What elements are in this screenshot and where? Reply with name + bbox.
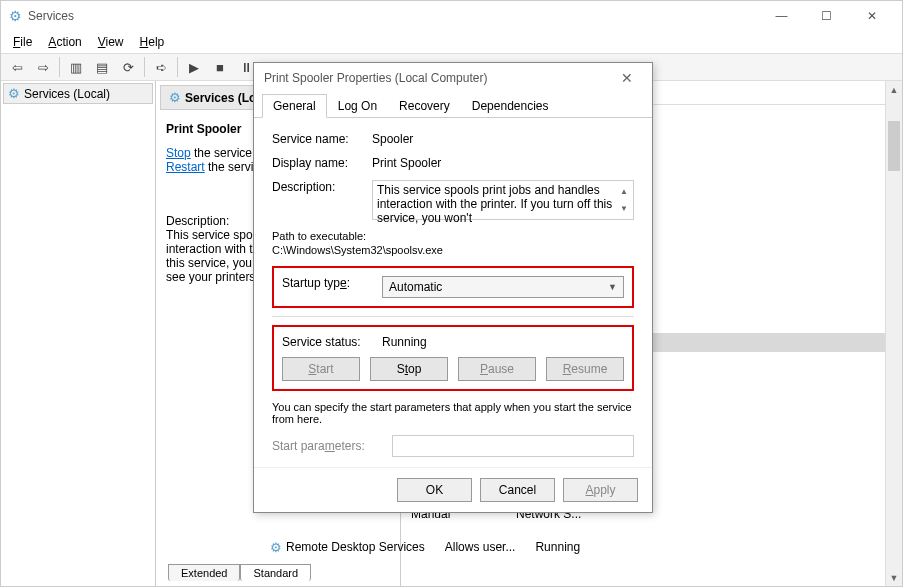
dialog-tabs: General Log On Recovery Dependencies [254,93,652,118]
menu-file[interactable]: File [5,35,40,49]
scroll-thumb[interactable] [888,121,900,171]
stop-icon[interactable]: ■ [208,55,232,79]
note-text: You can specify the start parameters tha… [272,401,634,425]
menu-help[interactable]: Help [132,35,173,49]
description-text: This service spools print jobs and handl… [377,183,612,225]
val-path: C:\Windows\System32\spoolsv.exe [272,244,634,256]
properties-icon[interactable]: ▤ [90,55,114,79]
export-icon[interactable]: ➪ [149,55,173,79]
tab-logon[interactable]: Log On [327,94,388,118]
menubar: File Action View Help [1,31,902,53]
chevron-down-icon: ▼ [608,282,617,292]
close-button[interactable]: ✕ [849,1,894,31]
description-box[interactable]: This service spools print jobs and handl… [372,180,634,220]
bottom-col3: Running [535,540,580,554]
tab-general[interactable]: General [262,94,327,118]
stop-text: the service [191,146,252,160]
lbl-path: Path to executable: [272,230,634,242]
stop-link[interactable]: Stop [166,146,191,160]
startup-type-select[interactable]: Automatic ▼ [382,276,624,298]
apply-button: Apply [563,478,638,502]
lbl-description: Description: [272,180,372,194]
startup-type-value: Automatic [389,280,442,294]
bottom-svc: Remote Desktop Services [286,540,425,554]
visible-row-bottom[interactable]: ⚙ Remote Desktop Services Allows user...… [270,537,885,557]
menu-action[interactable]: Action [40,35,89,49]
val-display-name: Print Spooler [372,156,634,170]
tab-recovery[interactable]: Recovery [388,94,461,118]
properties-dialog: Print Spooler Properties (Local Computer… [253,62,653,513]
forward-button[interactable]: ⇨ [31,55,55,79]
bottom-tabs: Extended Standard [168,564,311,581]
start-button: Start [282,357,360,381]
val-service-name: Spooler [372,132,634,146]
desc-up-icon[interactable]: ▲ [617,183,631,200]
bottom-col2: Allows user... [445,540,516,554]
gear-icon: ⚙ [8,86,20,101]
app-icon: ⚙ [9,8,22,24]
lbl-startup-type: Startup type: [282,276,382,290]
cancel-button[interactable]: Cancel [480,478,555,502]
tree-services-local[interactable]: ⚙ Services (Local) [3,83,153,104]
pause-button: Pause [458,357,536,381]
dialog-title: Print Spooler Properties (Local Computer… [264,71,612,85]
play-icon[interactable]: ▶ [182,55,206,79]
val-service-status: Running [382,335,624,349]
desc-down-icon[interactable]: ▼ [617,200,631,217]
dialog-titlebar: Print Spooler Properties (Local Computer… [254,63,652,93]
scroll-down-icon[interactable]: ▼ [886,569,902,586]
restart-link[interactable]: Restart [166,160,205,174]
menu-view[interactable]: View [90,35,132,49]
gear-icon: ⚙ [270,540,282,555]
maximize-button[interactable]: ☐ [804,1,849,31]
dialog-close-button[interactable]: ✕ [612,70,642,86]
lbl-start-params: Start parameters: [272,439,392,453]
lbl-display-name: Display name: [272,156,372,170]
back-button[interactable]: ⇦ [5,55,29,79]
resume-button: Resume [546,357,624,381]
left-pane: ⚙ Services (Local) [1,81,156,586]
tab-dependencies[interactable]: Dependencies [461,94,560,118]
gear-icon: ⚙ [169,90,181,105]
start-params-input [392,435,634,457]
lbl-service-status: Service status: [282,335,382,349]
minimize-button[interactable]: — [759,1,804,31]
ok-button[interactable]: OK [397,478,472,502]
titlebar: ⚙ Services — ☐ ✕ [1,1,902,31]
refresh-icon[interactable]: ⟳ [116,55,140,79]
highlight-service-status: Service status: Running Start Stop Pause… [272,325,634,391]
vertical-scrollbar[interactable]: ▲ ▼ [885,81,902,586]
show-hide-icon[interactable]: ▥ [64,55,88,79]
tree-label: Services (Local) [24,87,110,101]
window-title: Services [28,9,759,23]
highlight-startup-type: Startup type: Automatic ▼ [272,266,634,308]
tab-standard[interactable]: Standard [240,564,311,581]
scroll-up-icon[interactable]: ▲ [886,81,902,98]
tab-extended[interactable]: Extended [168,564,240,581]
lbl-service-name: Service name: [272,132,372,146]
stop-button[interactable]: Stop [370,357,448,381]
